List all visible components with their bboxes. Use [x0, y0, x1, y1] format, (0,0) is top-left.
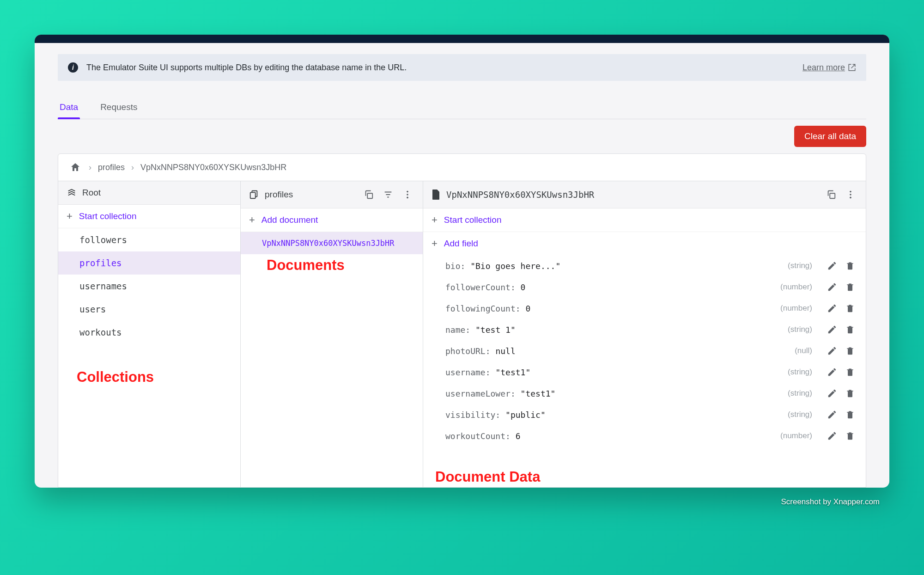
annotation-document-data: Document Data	[435, 469, 540, 485]
edit-field-icon[interactable]	[827, 282, 837, 292]
copy-icon[interactable]	[824, 188, 838, 202]
delete-field-icon[interactable]	[845, 346, 855, 356]
field-type: (number)	[780, 431, 812, 440]
chevron-right-icon: ›	[89, 163, 91, 172]
field-row: workoutCount: 6(number)	[423, 425, 866, 447]
home-icon[interactable]	[68, 160, 82, 174]
svg-rect-6	[830, 193, 835, 198]
collection-item[interactable]: workouts	[58, 321, 240, 344]
delete-field-icon[interactable]	[845, 324, 855, 335]
edit-field-icon[interactable]	[827, 303, 837, 313]
edit-field-icon[interactable]	[827, 410, 837, 420]
document-item[interactable]: VpNxNNPS8NY0x60XYSKUwsn3JbHR	[241, 232, 423, 254]
field-type: (string)	[788, 325, 812, 334]
delete-field-icon[interactable]	[845, 367, 855, 377]
collection-item[interactable]: usernames	[58, 275, 240, 298]
edit-field-icon[interactable]	[827, 367, 837, 377]
collection-item[interactable]: followers	[58, 228, 240, 251]
field-type: (string)	[788, 367, 812, 377]
pane-document-header: VpNxNNPS8NY0x60XYSKUwsn3JbHR	[423, 181, 866, 208]
filter-icon[interactable]	[381, 188, 395, 202]
edit-field-icon[interactable]	[827, 324, 837, 335]
field-row: followerCount: 0(number)	[423, 276, 866, 298]
svg-rect-2	[367, 193, 372, 198]
delete-field-icon[interactable]	[845, 261, 855, 271]
breadcrumb-document[interactable]: VpNxNNPS8NY0x60XYSKUwsn3JbHR	[140, 163, 286, 172]
field-type: (number)	[780, 304, 812, 313]
start-subcollection-button[interactable]: + Start collection	[423, 208, 866, 232]
app-window: i The Emulator Suite UI supports multipl…	[35, 35, 889, 488]
edit-field-icon[interactable]	[827, 346, 837, 356]
field-type: (string)	[788, 389, 812, 398]
learn-more-link[interactable]: Learn more	[802, 63, 856, 73]
more-vert-icon[interactable]	[844, 188, 857, 202]
svg-point-3	[407, 191, 408, 193]
pane-collections-header: Root	[58, 181, 240, 205]
field-type: (string)	[788, 410, 812, 419]
svg-point-4	[407, 194, 408, 196]
window-titlebar	[35, 35, 889, 43]
edit-field-icon[interactable]	[827, 388, 837, 398]
breadcrumb: › profiles › VpNxNNPS8NY0x60XYSKUwsn3JbH…	[58, 154, 866, 181]
data-explorer: › profiles › VpNxNNPS8NY0x60XYSKUwsn3JbH…	[58, 153, 866, 488]
annotation-documents: Documents	[267, 257, 345, 274]
delete-field-icon[interactable]	[845, 431, 855, 441]
plus-icon: +	[67, 211, 73, 221]
svg-point-8	[850, 194, 851, 196]
start-collection-label: Start collection	[79, 211, 137, 221]
svg-point-9	[850, 197, 851, 199]
external-link-icon	[848, 63, 856, 72]
field-value: 6	[516, 431, 521, 441]
field-value: "test1"	[495, 367, 530, 377]
plus-icon: +	[432, 215, 438, 225]
field-value: "Bio goes here..."	[470, 261, 560, 271]
field-key: visibility:	[445, 410, 505, 420]
field-value: "test1"	[521, 389, 556, 398]
delete-field-icon[interactable]	[845, 388, 855, 398]
collection-item[interactable]: profiles	[58, 251, 240, 275]
field-key: photoURL:	[445, 346, 495, 356]
svg-point-7	[850, 191, 851, 193]
delete-field-icon[interactable]	[845, 303, 855, 313]
add-field-button[interactable]: + Add field	[423, 232, 866, 255]
field-row: followingCount: 0(number)	[423, 298, 866, 319]
field-value: 0	[521, 282, 526, 292]
clear-all-data-button[interactable]: Clear all data	[794, 126, 866, 147]
field-key: username:	[445, 367, 495, 377]
pane-document-data: VpNxNNPS8NY0x60XYSKUwsn3JbHR + Start col…	[423, 181, 866, 487]
field-type: (null)	[795, 346, 812, 355]
plus-icon: +	[249, 215, 255, 225]
pane-collections-title: Root	[82, 188, 232, 198]
panes: Root + Start collection followersprofile…	[58, 181, 866, 487]
more-vert-icon[interactable]	[401, 188, 414, 202]
svg-rect-1	[250, 192, 255, 198]
field-key: usernameLower:	[445, 389, 521, 398]
action-row: Clear all data	[58, 126, 866, 147]
edit-field-icon[interactable]	[827, 261, 837, 271]
copy-icon[interactable]	[362, 188, 376, 202]
learn-more-label: Learn more	[802, 63, 845, 73]
field-row: usernameLower: "test1"(string)	[423, 383, 866, 404]
start-collection-button[interactable]: + Start collection	[58, 205, 240, 228]
delete-field-icon[interactable]	[845, 410, 855, 420]
delete-field-icon[interactable]	[845, 282, 855, 292]
svg-point-5	[407, 197, 408, 199]
pane-documents: profiles + Add document	[241, 181, 423, 487]
field-row: bio: "Bio goes here..."(string)	[423, 255, 866, 276]
collection-item[interactable]: users	[58, 298, 240, 321]
field-row: visibility: "public"(string)	[423, 404, 866, 425]
collection-icon	[249, 190, 259, 200]
edit-field-icon[interactable]	[827, 431, 837, 441]
add-document-button[interactable]: + Add document	[241, 208, 423, 232]
breadcrumb-collection[interactable]: profiles	[98, 163, 125, 172]
pane-collections: Root + Start collection followersprofile…	[58, 181, 241, 487]
tab-requests[interactable]: Requests	[98, 98, 139, 119]
field-row: username: "test1"(string)	[423, 361, 866, 383]
root-icon	[67, 188, 77, 198]
tab-data[interactable]: Data	[58, 98, 80, 119]
field-key: workoutCount:	[445, 431, 516, 441]
add-document-label: Add document	[261, 215, 318, 225]
document-icon	[432, 189, 441, 200]
add-field-label: Add field	[444, 239, 478, 249]
field-key: name:	[445, 325, 475, 335]
